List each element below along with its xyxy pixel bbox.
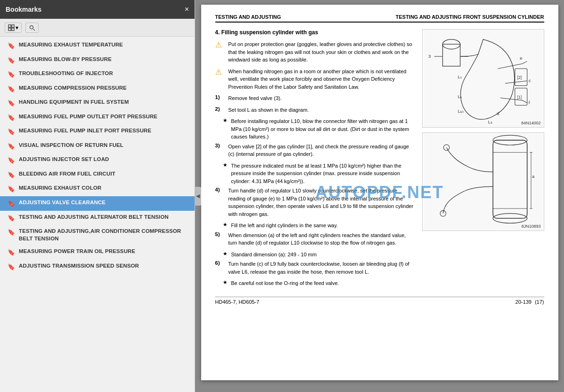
step-star-item: ★The pressure indicated must be at least… [223,162,415,185]
svg-text:d: d [497,111,499,116]
bookmark-icon: 🔖 [8,128,15,136]
step-number: 3) [215,143,224,158]
section-title: 4. Filling suspension cylinder with gas [215,29,415,36]
bookmark-label: TESTING AND ADJUSTING ALTERNATOR BELT TE… [19,214,190,221]
star-marker: ★ [223,117,228,141]
footer-page-number: 20-139 (17) [516,299,544,305]
view-options-arrow: ▾ [16,24,18,31]
step-content: Open valve [2] of the gas cylinder [1], … [228,143,415,158]
star-text: Standard dimension (a): 249 - 10 mm [231,251,317,259]
bookmark-item-measuring-pump-inlet[interactable]: 🔖MEASURING FUEL PUMP INLET PORT PRESSURE [0,124,195,139]
step-content: Turn handle (d) of regulator L10 slowly … [228,187,415,218]
bookmark-search-button[interactable] [25,23,39,33]
sidebar-header: Bookmarks × [0,0,195,19]
close-button[interactable]: × [185,6,189,13]
bookmark-label: MEASURING FUEL PUMP INLET PORT PRESSURE [19,127,190,135]
step-star-item: ★Before installing regulator L10, blow t… [223,117,415,141]
bookmark-icon: 🔖 [8,85,15,93]
bookmark-icon: 🔖 [8,99,15,108]
svg-rect-0 [8,24,11,27]
svg-text:L₆: L₆ [457,94,462,99]
bookmark-icon: 🔖 [8,228,15,237]
warning-icon-2: ⚠ [215,68,225,91]
star-text: Fill the left and right cylinders in the… [231,222,338,230]
bookmark-item-measuring-compression[interactable]: 🔖MEASURING COMPRESSION PRESSURE [0,82,195,96]
diagram-1: 3 e c f L [422,29,544,128]
warning-block-1: ⚠ Put on proper protection gear (goggles… [215,40,415,64]
sidebar-toolbar: ▾ [0,19,195,37]
step-block: 3)Open valve [2] of the gas cylinder [1]… [215,143,415,158]
bookmark-label: ADJUSTING INJECTOR SET LOAD [19,156,190,163]
footer-model: HD465-7, HD605-7 [215,299,259,305]
bookmark-icon: 🔖 [8,185,15,193]
svg-text:[1]: [1] [517,95,521,100]
diagram-column: 3 e c f L [422,29,544,289]
warning-text-2: When handling nitrogen gas in a room or … [228,68,415,91]
bookmark-item-bleeding-air-fuel[interactable]: 🔖BLEEDING AIR FROM FUEL CIRCUIT [0,168,195,182]
svg-rect-6 [424,30,542,127]
svg-text:[2]: [2] [517,75,521,80]
page-footer: HD465-7, HD605-7 20-139 (17) [215,297,544,305]
step-number: 2) [215,106,224,114]
warning-block-2: ⚠ When handling nitrogen gas in a room o… [215,68,415,91]
bookmark-label: MEASURING EXHAUST COLOR [19,184,190,192]
star-marker: ★ [223,162,228,185]
bookmark-item-measuring-exhaust-temp[interactable]: 🔖MEASURING EXHAUST TEMPERATURE [0,38,195,53]
bookmark-item-adjusting-transmission[interactable]: 🔖ADJUSTING TRANSMISSION SPEED SENSOR [0,260,195,274]
bookmark-label: HANDLING EQUIPMENT IN FUEL SYSTEM [19,99,190,106]
bookmark-label: TESTING AND ADJUSTING,AIR CONDITIONER CO… [19,228,190,242]
bookmark-icon: 🔖 [8,171,15,179]
step-number: 5) [215,231,224,247]
bookmark-icon: 🔖 [8,42,15,50]
step-star-item: ★Be careful not lose the O-ring of the f… [223,279,415,287]
bookmark-item-testing-ac-compressor[interactable]: 🔖TESTING AND ADJUSTING,AIR CONDITIONER C… [0,225,195,245]
svg-text:L₁₀: L₁₀ [457,109,463,114]
bookmark-item-adjusting-valve-clearance[interactable]: 🔖ADJUSTING VALVE CLEARANCE [0,196,195,211]
text-column: 4. Filling suspension cylinder with gas … [215,29,415,289]
bookmark-item-testing-alternator-belt[interactable]: 🔖TESTING AND ADJUSTING ALTERNATOR BELT T… [0,211,195,225]
page-view[interactable]: TESTING AND ADJUSTING TESTING AND ADJUST… [195,0,564,392]
star-marker: ★ [223,222,228,230]
sidebar-collapse-button[interactable]: ◀ [195,187,201,206]
step-star-item: ★Standard dimension (a): 249 - 10 mm [223,251,415,259]
bookmark-item-handling-equipment-fuel[interactable]: 🔖HANDLING EQUIPMENT IN FUEL SYSTEM [0,96,195,110]
star-text: Before installing regulator L10, blow th… [231,117,415,141]
svg-text:c: c [528,78,531,83]
document-page: TESTING AND ADJUSTING TESTING AND ADJUST… [201,5,558,380]
bookmark-icon: 🔖 [8,248,15,257]
star-marker: ★ [223,251,228,259]
bookmark-item-measuring-exhaust-color[interactable]: 🔖MEASURING EXHAUST COLOR [0,182,195,196]
step-block: 6)Turn handle (c) of L9 fully back count… [215,260,415,276]
step-block: 4)Turn handle (d) of regulator L10 slowl… [215,187,415,218]
bookmark-item-troubleshooting-injector[interactable]: 🔖TROUBLESHOOTING OF INJECTOR [0,67,195,82]
step-content: Remove feed valve (3). [228,94,415,102]
sidebar-title: Bookmarks [6,6,41,13]
star-text: The pressure indicated must be at least … [231,162,415,185]
svg-text:e: e [520,56,522,61]
diagram-2-label: 8JN10893 [521,224,540,229]
svg-line-5 [33,29,35,31]
view-options-button[interactable]: ▾ [5,23,22,33]
bookmark-icon: 🔖 [8,114,15,122]
svg-text:a: a [532,174,535,179]
bookmark-item-visual-inspection-return[interactable]: 🔖VISUAL INSPECTION OF RETURN FUEL [0,139,195,154]
bookmark-label: MEASURING COMPRESSION PRESSURE [19,85,190,92]
step-star-item: ★Fill the left and right cylinders in th… [223,222,415,230]
step-block: 5)When dimension (a) of the left and rig… [215,231,415,247]
bookmark-icon: 🔖 [8,156,15,165]
page-header: TESTING AND ADJUSTING TESTING AND ADJUST… [215,14,544,23]
step-content: Turn handle (c) of L9 fully back counter… [228,260,415,276]
bookmark-icon: 🔖 [8,142,15,151]
step-number: 1) [215,94,224,102]
bookmark-item-measuring-blow-by[interactable]: 🔖MEASURING BLOW-BY PRESSURE [0,53,195,68]
svg-text:3: 3 [428,54,431,59]
bookmark-item-measuring-pump-outlet[interactable]: 🔖MEASURING FUEL PUMP OUTLET PORT PRESSUR… [0,110,195,125]
bookmark-label: MEASURING EXHAUST TEMPERATURE [19,41,190,49]
bookmark-item-adjusting-injector-set[interactable]: 🔖ADJUSTING INJECTOR SET LOAD [0,153,195,168]
svg-text:f: f [528,100,530,105]
step-content: Set tool L as shown in the diagram. [228,106,415,114]
bookmark-item-measuring-power-train[interactable]: 🔖MEASURING POWER TRAIN OIL PRESSURE [0,245,195,260]
bookmark-label: MEASURING FUEL PUMP OUTLET PORT PRESSURE [19,113,190,121]
bookmark-icon: 🔖 [8,70,15,79]
header-left: TESTING AND ADJUSTING [215,14,281,20]
